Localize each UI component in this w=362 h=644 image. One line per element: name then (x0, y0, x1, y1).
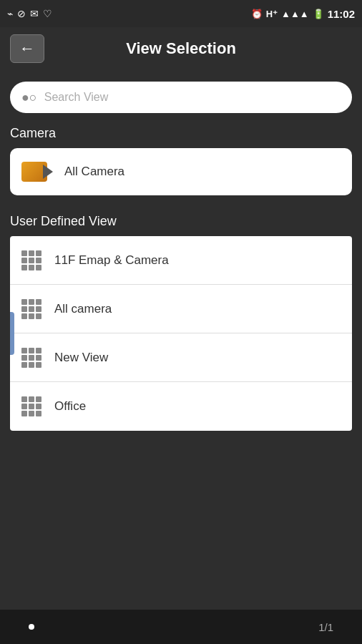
grid-cell (36, 411, 41, 416)
grid-cell (36, 299, 41, 305)
grid-cell (21, 265, 27, 270)
health-icon: ♡ (43, 8, 52, 19)
grid-cell (29, 313, 34, 319)
grid-cell (36, 313, 41, 319)
battery-icon: 🔋 (313, 9, 324, 19)
grid-cell (21, 313, 27, 319)
search-placeholder-text: Search View (44, 91, 109, 104)
udv-label-office: Office (54, 399, 86, 414)
grid-cell (36, 348, 41, 353)
grid-cell (21, 250, 27, 256)
grid-cell (29, 348, 34, 353)
page-title: View Selection (54, 39, 308, 58)
grid-cell (29, 250, 34, 256)
time-display: 11:02 (328, 8, 355, 20)
grid-cell (36, 258, 41, 263)
main-content: ●○ Search View Camera All Camera User De… (0, 70, 362, 610)
udv-label-new-view: New View (54, 351, 108, 365)
search-container: ●○ Search View (10, 82, 352, 113)
all-camera-label: All Camera (64, 165, 124, 179)
nav-dot (29, 624, 34, 630)
udv-section-header: User Defined View (10, 214, 352, 229)
grid-cell (21, 362, 27, 368)
grid-cell (21, 355, 27, 361)
grid-icon (21, 299, 41, 319)
camera-section: Camera All Camera (10, 126, 352, 195)
camera-lens (43, 165, 53, 179)
search-icon: ●○ (21, 90, 37, 105)
udv-item-all-camera[interactable]: All camera (10, 285, 352, 333)
all-camera-item[interactable]: All Camera (10, 148, 352, 195)
grid-cell (21, 396, 27, 402)
udv-item-office[interactable]: Office (10, 382, 352, 431)
scroll-indicator[interactable] (10, 312, 14, 355)
udv-item-new-view[interactable]: New View (10, 333, 352, 382)
grid-cell (36, 306, 41, 312)
do-not-disturb-icon: ⊘ (17, 8, 26, 19)
grid-icon (21, 396, 41, 416)
page-indicator: 1/1 (318, 621, 333, 633)
grid-cell (29, 299, 34, 305)
user-defined-section: User Defined View 11F Emap & Cam (10, 214, 352, 431)
grid-cell (21, 404, 27, 409)
status-icons-right: ⏰ H⁺ ▲▲▲ 🔋 11:02 (251, 8, 355, 20)
grid-cell (21, 411, 27, 416)
network-icon: H⁺ (266, 9, 278, 19)
udv-item-11f[interactable]: 11F Emap & Camera (10, 236, 352, 285)
bottom-nav: 1/1 (0, 610, 362, 644)
grid-cell (29, 265, 34, 270)
grid-icon (21, 348, 41, 368)
grid-cell (36, 265, 41, 270)
camera-section-header: Camera (10, 126, 352, 141)
grid-cell (29, 355, 34, 361)
grid-cell (21, 306, 27, 312)
back-button[interactable]: ← (10, 34, 44, 63)
grid-cell (21, 299, 27, 305)
grid-cell (36, 250, 41, 256)
udv-card: 11F Emap & Camera All camera (10, 236, 352, 431)
udv-label-all-camera: All camera (54, 302, 112, 316)
usb-icon: ⌁ (7, 8, 13, 19)
grid-cell (29, 411, 34, 416)
grid-cell (29, 362, 34, 368)
grid-cell (36, 396, 41, 402)
status-icons-left: ⌁ ⊘ ✉ ♡ (7, 8, 52, 19)
grid-cell (29, 258, 34, 263)
back-arrow-icon: ← (19, 39, 35, 58)
grid-cell (29, 306, 34, 312)
status-bar: ⌁ ⊘ ✉ ♡ ⏰ H⁺ ▲▲▲ 🔋 11:02 (0, 0, 362, 27)
camera-icon (21, 159, 53, 185)
search-bar[interactable]: ●○ Search View (10, 82, 352, 113)
grid-cell (36, 362, 41, 368)
grid-cell (29, 396, 34, 402)
email-icon: ✉ (30, 8, 39, 19)
signal-icon: ▲▲▲ (281, 9, 309, 19)
grid-cell (21, 258, 27, 263)
grid-icon (21, 250, 41, 270)
grid-cell (36, 355, 41, 361)
udv-label-11f: 11F Emap & Camera (54, 253, 169, 268)
grid-cell (29, 404, 34, 409)
alarm-icon: ⏰ (251, 9, 263, 19)
grid-cell (36, 404, 41, 409)
grid-cell (21, 348, 27, 353)
toolbar: ← View Selection (0, 27, 362, 70)
